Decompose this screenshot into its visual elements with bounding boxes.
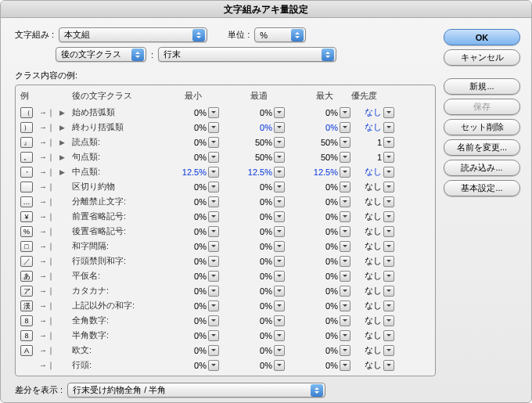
dropdown-icon[interactable] — [274, 300, 285, 311]
max-cell[interactable]: 0% — [285, 122, 350, 133]
dropdown-icon[interactable] — [340, 196, 350, 207]
save-button[interactable]: 保存 — [444, 99, 520, 115]
dropdown-icon[interactable] — [274, 196, 285, 207]
dropdown-icon[interactable] — [383, 271, 394, 282]
priority-cell[interactable]: なし — [350, 166, 394, 178]
dropdown-icon[interactable] — [208, 182, 219, 193]
dropdown-icon[interactable] — [383, 211, 394, 222]
min-cell[interactable]: 0% — [153, 360, 219, 371]
priority-cell[interactable]: なし — [350, 196, 394, 207]
dropdown-icon[interactable] — [208, 226, 219, 237]
max-cell[interactable]: 0% — [285, 315, 350, 326]
max-cell[interactable]: 0% — [285, 211, 350, 222]
dropdown-icon[interactable] — [340, 330, 350, 341]
target-select[interactable]: 行末 — [158, 47, 336, 62]
dropdown-icon[interactable] — [208, 300, 219, 311]
dropdown-icon[interactable] — [340, 345, 350, 356]
dropdown-icon[interactable] — [383, 241, 394, 252]
dropdown-icon[interactable] — [274, 211, 285, 222]
dropdown-icon[interactable] — [274, 360, 285, 371]
dropdown-icon[interactable] — [208, 196, 219, 207]
max-cell[interactable]: 0% — [285, 182, 350, 193]
dropdown-icon[interactable] — [340, 182, 350, 193]
dropdown-icon[interactable] — [208, 211, 219, 222]
opt-cell[interactable]: 0% — [219, 330, 285, 341]
min-cell[interactable]: 0% — [153, 211, 219, 222]
dropdown-icon[interactable] — [208, 167, 219, 178]
max-cell[interactable]: 0% — [285, 196, 350, 207]
dropdown-icon[interactable] — [383, 152, 394, 163]
opt-cell[interactable]: 0% — [219, 360, 285, 371]
dropdown-icon[interactable] — [274, 226, 285, 237]
max-cell[interactable]: 12.5% — [285, 167, 350, 178]
new-button[interactable]: 新規... — [444, 78, 520, 95]
dropdown-icon[interactable] — [340, 241, 350, 252]
ok-button[interactable]: OK — [444, 29, 520, 45]
opt-cell[interactable]: 0% — [219, 182, 285, 193]
dropdown-icon[interactable] — [383, 196, 394, 207]
min-cell[interactable]: 0% — [153, 300, 219, 311]
max-cell[interactable]: 0% — [285, 300, 350, 311]
min-cell[interactable]: 0% — [153, 107, 219, 118]
dropdown-icon[interactable] — [274, 152, 285, 163]
min-cell[interactable]: 0% — [153, 330, 219, 341]
dropdown-icon[interactable] — [274, 182, 285, 193]
dropdown-icon[interactable] — [383, 167, 394, 178]
min-cell[interactable]: 0% — [153, 241, 219, 252]
opt-cell[interactable]: 0% — [219, 211, 285, 222]
import-button[interactable]: 読み込み... — [444, 160, 520, 176]
dropdown-icon[interactable] — [340, 137, 350, 148]
dropdown-icon[interactable] — [274, 107, 285, 118]
opt-cell[interactable]: 12.5% — [219, 167, 285, 178]
dropdown-icon[interactable] — [208, 152, 219, 163]
dropdown-icon[interactable] — [340, 211, 350, 222]
priority-cell[interactable]: なし — [350, 344, 394, 356]
opt-cell[interactable]: 0% — [219, 315, 285, 326]
cancel-button[interactable]: キャンセル — [444, 49, 520, 66]
min-cell[interactable]: 12.5% — [153, 167, 219, 178]
opt-cell[interactable]: 0% — [219, 122, 285, 133]
dropdown-icon[interactable] — [340, 107, 350, 118]
dropdown-icon[interactable] — [340, 226, 350, 237]
priority-cell[interactable]: なし — [350, 315, 394, 326]
dropdown-icon[interactable] — [208, 315, 219, 326]
priority-cell[interactable]: なし — [350, 240, 394, 252]
min-cell[interactable]: 0% — [153, 345, 219, 356]
priority-cell[interactable]: なし — [350, 255, 394, 267]
dropdown-icon[interactable] — [340, 256, 350, 267]
dropdown-icon[interactable] — [383, 182, 394, 193]
opt-cell[interactable]: 0% — [219, 300, 285, 311]
dropdown-icon[interactable] — [383, 137, 394, 148]
min-cell[interactable]: 0% — [153, 122, 219, 133]
delete-set-button[interactable]: セット削除 — [444, 119, 520, 135]
dropdown-icon[interactable] — [208, 241, 219, 252]
priority-cell[interactable]: なし — [350, 106, 394, 118]
dropdown-icon[interactable] — [340, 152, 350, 163]
max-cell[interactable]: 0% — [285, 226, 350, 237]
opt-cell[interactable]: 0% — [219, 256, 285, 267]
dropdown-icon[interactable] — [274, 330, 285, 341]
dropdown-icon[interactable] — [274, 241, 285, 252]
dropdown-icon[interactable] — [274, 137, 285, 148]
dropdown-icon[interactable] — [383, 256, 394, 267]
priority-cell[interactable]: なし — [350, 225, 394, 237]
max-cell[interactable]: 0% — [285, 241, 350, 252]
opt-cell[interactable]: 0% — [219, 196, 285, 207]
dropdown-icon[interactable] — [274, 315, 285, 326]
dropdown-icon[interactable] — [383, 360, 394, 371]
max-cell[interactable]: 0% — [285, 286, 350, 297]
priority-cell[interactable]: なし — [350, 285, 394, 297]
dropdown-icon[interactable] — [383, 330, 394, 341]
dropdown-icon[interactable] — [383, 315, 394, 326]
min-cell[interactable]: 0% — [153, 137, 219, 148]
dropdown-icon[interactable] — [208, 345, 219, 356]
dropdown-icon[interactable] — [340, 167, 350, 178]
opt-cell[interactable]: 50% — [219, 152, 285, 163]
rename-button[interactable]: 名前を変更... — [444, 139, 520, 156]
opt-cell[interactable]: 0% — [219, 107, 285, 118]
priority-cell[interactable]: なし — [350, 210, 394, 222]
unit-select[interactable]: % — [254, 27, 306, 42]
dropdown-icon[interactable] — [208, 360, 219, 371]
dropdown-icon[interactable] — [208, 330, 219, 341]
priority-cell[interactable]: なし — [350, 121, 394, 133]
